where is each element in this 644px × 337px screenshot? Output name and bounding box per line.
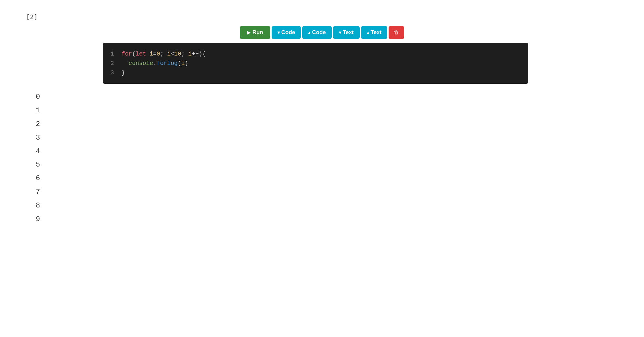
output-line-9: 9 <box>36 213 608 226</box>
text-below-label: Text <box>343 29 354 36</box>
add-code-above-button[interactable]: Code <box>302 26 332 39</box>
code-content-3: } <box>122 68 125 78</box>
line-number-3: 3 <box>110 68 115 78</box>
output-line-5: 5 <box>36 158 608 172</box>
output-line-0: 0 <box>36 90 608 104</box>
text-above-label: Text <box>371 29 382 36</box>
add-text-below-button[interactable]: Text <box>333 26 360 39</box>
code-line-2: 2 console.forlog(i) <box>110 59 521 68</box>
output-area: 0 1 2 3 4 5 6 7 8 9 <box>26 84 618 232</box>
code-below-label: Code <box>281 29 295 36</box>
output-line-3: 3 <box>36 131 608 145</box>
toolbar: Run Code Code Text Text <box>26 26 618 39</box>
arrow-down-text-icon <box>339 29 341 36</box>
line-number-2: 2 <box>110 59 115 68</box>
arrow-down-icon <box>277 29 280 36</box>
page-container: [2] Run Code Code Text Text 1 <box>0 6 644 239</box>
code-editor[interactable]: 1 for(let i=0; i<10; i++){ 2 console.for… <box>103 43 528 84</box>
output-line-7: 7 <box>36 185 608 199</box>
output-line-4: 4 <box>36 145 608 158</box>
add-text-above-button[interactable]: Text <box>361 26 388 39</box>
trash-icon <box>394 29 399 35</box>
output-line-8: 8 <box>36 199 608 213</box>
run-label: Run <box>252 29 263 36</box>
play-icon <box>247 29 251 36</box>
code-line-3: 3 } <box>110 68 521 78</box>
output-line-1: 1 <box>36 104 608 118</box>
output-line-2: 2 <box>36 118 608 131</box>
code-line-1: 1 for(let i=0; i<10; i++){ <box>110 49 521 59</box>
run-button[interactable]: Run <box>240 26 270 39</box>
output-line-6: 6 <box>36 172 608 185</box>
arrow-up-text-icon <box>367 29 369 36</box>
code-above-label: Code <box>312 29 326 36</box>
code-content-1: for(let i=0; i<10; i++){ <box>122 49 206 59</box>
cell-label: [2] <box>26 13 618 21</box>
code-content-2: console.forlog(i) <box>122 59 188 68</box>
delete-button[interactable] <box>389 26 404 39</box>
arrow-up-icon <box>308 29 310 36</box>
line-number-1: 1 <box>110 49 115 59</box>
add-code-below-button[interactable]: Code <box>272 26 301 39</box>
